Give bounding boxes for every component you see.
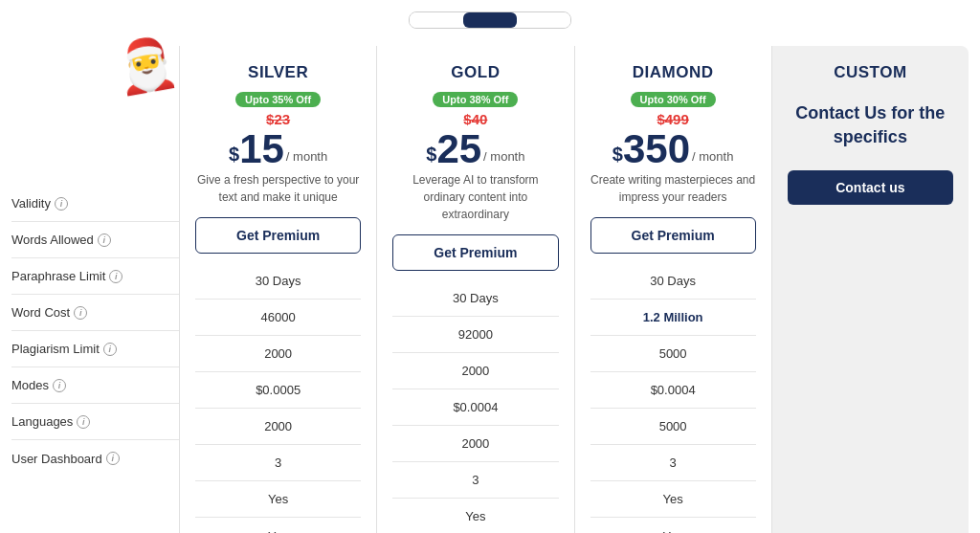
discount-badge: Upto 38% Off (433, 92, 518, 107)
feature-label: Modes (11, 378, 49, 392)
plans-container: SILVER Upto 35% Off $23 $ 15 / month Giv… (179, 46, 969, 533)
value-cell: 5000 (590, 336, 756, 372)
discount-badge: Upto 35% Off (235, 92, 321, 107)
info-icon: i (98, 233, 111, 247)
feature-row: Languagesi (11, 404, 179, 440)
monthly-tab[interactable] (463, 12, 517, 28)
info-icon: i (74, 306, 87, 320)
feature-label: Paraphrase Limit (11, 269, 105, 283)
info-icon: i (106, 452, 120, 465)
value-cell: $0.0005 (195, 372, 361, 409)
custom-text: Contact Us for the specifics (788, 101, 953, 159)
value-rows: 30 Days1.2 Million5000$0.000450003YesYes (590, 263, 756, 533)
feature-row: Plagiarism Limiti (11, 331, 179, 367)
pricing-wrapper: 🎅 ValidityiWords AllowediParaphrase Limi… (11, 46, 969, 533)
info-icon: i (55, 197, 68, 211)
value-cell: 2000 (392, 426, 558, 462)
value-cell: 1.2 Million (590, 300, 756, 336)
value-cell: Yes (590, 481, 756, 518)
original-price: $23 (266, 111, 290, 127)
feature-row: User Dashboardi (11, 440, 179, 477)
feature-label: Words Allowed (11, 233, 94, 247)
plan-description: Give a fresh perspective to your text an… (195, 171, 361, 206)
value-rows: 30 Days920002000$0.000420003YesYes (392, 280, 558, 533)
plan-name: GOLD (451, 63, 500, 82)
price-period: / month (483, 149, 524, 164)
feature-label: Word Cost (11, 305, 70, 320)
plan-name: CUSTOM (834, 63, 906, 82)
plan-col-silver: SILVER Upto 35% Off $23 $ 15 / month Giv… (179, 46, 376, 533)
price-row: $ 25 / month (426, 129, 524, 169)
price-period: / month (692, 149, 733, 164)
value-cell: 92000 (392, 317, 558, 353)
info-icon: i (109, 270, 122, 283)
discount-badge: Upto 30% Off (631, 92, 716, 107)
original-price: $40 (463, 111, 487, 127)
feature-rows: ValidityiWords AllowediParaphrase Limiti… (11, 186, 179, 477)
value-cell: $0.0004 (392, 389, 558, 426)
plan-col-gold: GOLD Upto 38% Off $40 $ 25 / month Lever… (376, 46, 573, 533)
price-amount: 15 (239, 129, 284, 169)
price-dollar: $ (229, 144, 239, 166)
santa-hat: 🎅 (110, 32, 182, 100)
price-row: $ 15 / month (229, 129, 327, 169)
value-cell: 46000 (195, 300, 361, 336)
value-cell: 3 (392, 462, 558, 499)
feature-label: Languages (11, 414, 73, 429)
value-cell: 3 (590, 445, 756, 481)
value-cell: 2000 (195, 409, 361, 445)
original-price: $499 (657, 111, 688, 127)
plan-name: DIAMOND (633, 63, 714, 82)
feature-row: Paraphrase Limiti (11, 258, 179, 295)
feature-label: Validity (11, 196, 51, 211)
price-dollar: $ (612, 144, 623, 166)
feature-row: Modesi (11, 367, 179, 404)
price-period: / month (286, 149, 327, 164)
plan-col-custom: CUSTOM Contact Us for the specifics Cont… (771, 46, 969, 533)
features-title (11, 170, 179, 174)
feature-label: Plagiarism Limit (11, 342, 100, 356)
feature-row: Validityi (11, 186, 179, 222)
plan-col-diamond: DIAMOND Upto 30% Off $499 $ 350 / month … (574, 46, 771, 533)
value-cell: 5000 (590, 409, 756, 445)
yearly-tab[interactable] (517, 12, 570, 28)
value-cell: 30 Days (392, 280, 558, 317)
plan-description: Create writing masterpieces and impress … (590, 171, 756, 206)
value-cell: 30 Days (590, 263, 756, 300)
price-amount: 25 (436, 129, 481, 169)
weekly-tab[interactable] (410, 12, 463, 28)
value-cell: Yes (392, 499, 558, 533)
get-premium-button[interactable]: Get Premium (590, 217, 756, 254)
info-icon: i (103, 343, 117, 356)
value-cell: $0.0004 (590, 372, 756, 409)
get-premium-button[interactable]: Get Premium (392, 234, 558, 271)
price-dollar: $ (426, 144, 436, 166)
price-amount: 350 (623, 129, 690, 169)
get-premium-button[interactable]: Get Premium (195, 217, 361, 254)
feature-row: Word Costi (11, 295, 179, 331)
value-cell: 3 (195, 445, 361, 481)
value-cell: Yes (590, 518, 756, 533)
value-cell: 30 Days (195, 263, 361, 300)
value-cell: Yes (195, 481, 361, 518)
feature-label: User Dashboard (11, 452, 102, 466)
features-column: ValidityiWords AllowediParaphrase Limiti… (11, 46, 179, 533)
value-cell: Yes (195, 518, 361, 533)
plan-name: SILVER (248, 63, 308, 82)
plan-description: Leverage AI to transform ordinary conten… (392, 171, 558, 223)
info-icon: i (77, 415, 90, 429)
feature-row: Words Allowedi (11, 222, 179, 258)
info-icon: i (53, 379, 66, 392)
price-row: $ 350 / month (612, 129, 734, 169)
value-cell: 2000 (392, 353, 558, 389)
billing-toggle (409, 11, 571, 29)
value-cell: 2000 (195, 336, 361, 372)
value-rows: 30 Days460002000$0.000520003YesYes (195, 263, 361, 533)
contact-us-button[interactable]: Contact us (788, 170, 953, 205)
